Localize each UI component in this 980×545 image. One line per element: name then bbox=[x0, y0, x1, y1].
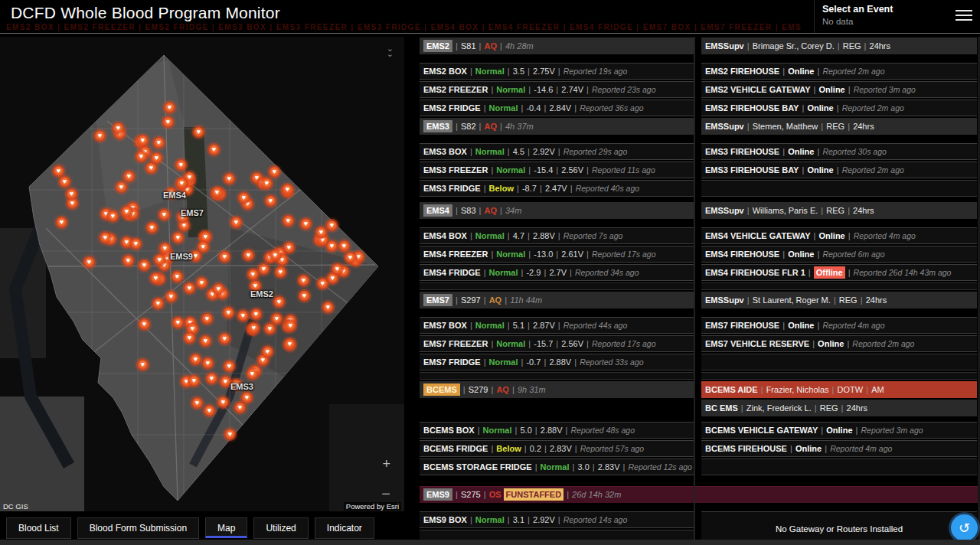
blood-heart-marker[interactable]: ♥ bbox=[274, 297, 284, 307]
blood-heart-marker[interactable]: ♥ bbox=[131, 239, 141, 249]
blood-heart-marker[interactable]: ♥ bbox=[286, 321, 296, 331]
blood-heart-marker[interactable]: ♥ bbox=[265, 324, 275, 334]
blood-heart-marker[interactable]: ♥ bbox=[251, 309, 261, 319]
blood-heart-marker[interactable]: ♥ bbox=[173, 318, 183, 328]
table-row[interactable]: BCEMS BOX | Normal | 5.0 | 2.88V | Repor… bbox=[420, 422, 694, 439]
blood-heart-marker[interactable]: ♥ bbox=[272, 314, 282, 324]
blood-heart-marker[interactable]: ♥ bbox=[202, 314, 212, 324]
table-row[interactable]: EMS3 BOX | Normal | 4.5 | 2.92V | Report… bbox=[420, 143, 694, 160]
table-row[interactable]: BCEMS FRIDGE | Below | 0.2 | 2.83V | Rep… bbox=[420, 440, 694, 457]
blood-heart-marker[interactable]: ♥ bbox=[203, 358, 213, 368]
blood-heart-marker[interactable]: ♥ bbox=[276, 267, 286, 277]
blood-heart-marker[interactable]: ♥ bbox=[173, 233, 183, 243]
blood-heart-marker[interactable]: ♥ bbox=[220, 377, 230, 387]
blood-heart-marker[interactable]: ♥ bbox=[138, 360, 148, 370]
table-row[interactable]: BCEMS STORAGE FRIDGE | Normal | 3.0 | 2.… bbox=[420, 459, 694, 475]
blood-heart-marker[interactable]: ♥ bbox=[299, 276, 309, 286]
blood-heart-marker[interactable]: ♥ bbox=[136, 152, 146, 162]
table-row[interactable]: EMS2 FIREHOUSE | Online | Reported 2m ag… bbox=[701, 63, 977, 80]
table-row[interactable]: EMS2 VEHICLE GATEWAY | Online | Reported… bbox=[701, 81, 977, 98]
blood-heart-marker[interactable]: ♥ bbox=[339, 241, 349, 251]
blood-heart-marker[interactable]: ♥ bbox=[323, 302, 333, 312]
tab-indicator[interactable]: Indicator bbox=[315, 517, 374, 539]
table-row[interactable]: EMS7 BOX | Normal | 5.1 | 2.87V | Report… bbox=[420, 317, 694, 334]
blood-heart-marker[interactable]: ♥ bbox=[197, 278, 207, 288]
table-row[interactable]: EMS2 FRIDGE | Normal | -0.4 | 2.84V | Re… bbox=[420, 100, 694, 116]
blood-heart-marker[interactable]: ♥ bbox=[301, 219, 311, 229]
blood-heart-marker[interactable]: ♥ bbox=[204, 406, 214, 416]
table-row[interactable]: EMS4 VEHICLE GATEWAY | Online | Reported… bbox=[701, 227, 977, 244]
blood-heart-marker[interactable]: ♥ bbox=[155, 255, 165, 265]
table-row[interactable]: EMS7 FRIDGE | Normal | -0.7 | 2.88V | Re… bbox=[420, 354, 694, 370]
blood-heart-marker[interactable]: ♥ bbox=[299, 291, 309, 301]
tab-utilized[interactable]: Utilized bbox=[253, 517, 308, 539]
blood-heart-marker[interactable]: ♥ bbox=[249, 323, 259, 333]
blood-heart-marker[interactable]: ♥ bbox=[185, 333, 194, 343]
blood-heart-marker[interactable]: ♥ bbox=[177, 178, 187, 188]
blood-heart-marker[interactable]: ♥ bbox=[122, 237, 132, 247]
blood-heart-marker[interactable]: ♥ bbox=[179, 220, 189, 230]
blood-heart-marker[interactable]: ♥ bbox=[224, 361, 234, 371]
blood-heart-marker[interactable]: ♥ bbox=[139, 260, 149, 270]
blood-heart-marker[interactable]: ♥ bbox=[316, 227, 326, 237]
blood-heart-marker[interactable]: ♥ bbox=[345, 253, 355, 263]
table-row[interactable]: EMS3 FREEZER | Normal | -15.4 | 2.56V | … bbox=[420, 162, 694, 178]
blood-heart-marker[interactable]: ♥ bbox=[139, 319, 149, 329]
table-row[interactable]: EMS9 BOX | Normal | 3.1 | 2.92V | Report… bbox=[420, 511, 694, 528]
table-row[interactable]: EMS4 FIREHOUSE | Online | Reported 6m ag… bbox=[701, 246, 977, 263]
table-row[interactable]: EMS2 | S81 | AQ | 4h 28m bbox=[420, 38, 694, 54]
blood-heart-marker[interactable]: ♥ bbox=[207, 374, 217, 383]
blood-heart-marker[interactable]: ♥ bbox=[328, 273, 338, 283]
blood-heart-marker[interactable]: ♥ bbox=[231, 217, 241, 227]
blood-heart-marker[interactable]: ♥ bbox=[266, 196, 276, 206]
blood-heart-marker[interactable]: ♥ bbox=[259, 264, 269, 274]
blood-heart-marker[interactable]: ♥ bbox=[262, 178, 272, 188]
tab-map[interactable]: Map bbox=[205, 517, 247, 538]
table-row[interactable]: EMSSupv | Brimage Sr., Corey D. | REG | … bbox=[701, 38, 977, 54]
blood-heart-marker[interactable]: ♥ bbox=[113, 123, 123, 133]
table-row[interactable]: EMS7 FREEZER | Normal | -15.7 | 2.56V | … bbox=[420, 335, 694, 352]
blood-heart-marker[interactable]: ♥ bbox=[147, 223, 157, 233]
table-row[interactable]: EMS2 FREEZER | Normal | -14.6 | 2.74V | … bbox=[420, 81, 694, 98]
table-row[interactable]: EMS3 FIREHOUSE BAY | Online | Reported 2… bbox=[701, 162, 977, 178]
blood-heart-marker[interactable]: ♥ bbox=[220, 252, 230, 262]
table-row[interactable]: EMS4 | S83 | AQ | 34m bbox=[420, 202, 694, 219]
blood-heart-marker[interactable]: ♥ bbox=[332, 264, 342, 274]
group-header-row[interactable]: EMS9 | S275 | OS FUNSTAFFED | 26d 14h 32… bbox=[420, 486, 978, 503]
blood-heart-marker[interactable]: ♥ bbox=[84, 257, 94, 267]
blood-heart-marker[interactable]: ♥ bbox=[270, 250, 280, 260]
blood-heart-marker[interactable]: ♥ bbox=[225, 429, 235, 439]
blood-heart-marker[interactable]: ♥ bbox=[160, 243, 170, 253]
refresh-button[interactable]: ↺ bbox=[951, 514, 978, 541]
blood-heart-marker[interactable]: ♥ bbox=[283, 216, 293, 226]
blood-heart-marker[interactable]: ♥ bbox=[159, 210, 169, 220]
blood-heart-marker[interactable]: ♥ bbox=[209, 145, 219, 155]
blood-heart-marker[interactable]: ♥ bbox=[235, 403, 245, 413]
blood-heart-marker[interactable]: ♥ bbox=[108, 211, 118, 221]
blood-heart-marker[interactable]: ♥ bbox=[263, 347, 273, 357]
blood-heart-marker[interactable]: ♥ bbox=[60, 177, 70, 187]
blood-heart-marker[interactable]: ♥ bbox=[138, 135, 148, 145]
table-row[interactable]: EMSSupv | St Laurent, Roger M. | REG | 2… bbox=[701, 292, 977, 308]
dc-map[interactable]: ♥♥♥♥♥♥♥♥♥♥♥♥♥♥♥♥♥♥♥♥♥♥♥♥♥♥♥♥♥♥♥♥♥♥♥♥♥♥♥♥… bbox=[0, 37, 404, 511]
table-row[interactable]: EMS4 FIREHOUSE FLR 1 | Offline | Reporte… bbox=[701, 264, 977, 281]
blood-heart-marker[interactable]: ♥ bbox=[220, 334, 230, 344]
blood-heart-marker[interactable]: ♥ bbox=[163, 117, 173, 127]
blood-heart-marker[interactable]: ♥ bbox=[176, 160, 186, 170]
blood-heart-marker[interactable]: ♥ bbox=[212, 188, 222, 197]
blood-heart-marker[interactable]: ♥ bbox=[57, 217, 67, 227]
blood-heart-marker[interactable]: ♥ bbox=[100, 233, 110, 243]
event-select[interactable]: Select an Event No data bbox=[814, 0, 949, 33]
blood-heart-marker[interactable]: ♥ bbox=[67, 189, 77, 199]
blood-heart-marker[interactable]: ♥ bbox=[218, 397, 228, 407]
table-row[interactable]: BCEMS | S279 | AQ | 9h 31m bbox=[420, 381, 694, 398]
blood-heart-marker[interactable]: ♥ bbox=[95, 131, 105, 141]
tab-blood-list[interactable]: Blood List bbox=[6, 517, 71, 539]
blood-heart-marker[interactable]: ♥ bbox=[67, 198, 77, 208]
blood-heart-marker[interactable]: ♥ bbox=[165, 103, 175, 113]
table-row[interactable]: BCEMS AIDE | Frazier, Nicholas | DOTW | … bbox=[701, 381, 977, 398]
blood-heart-marker[interactable]: ♥ bbox=[224, 174, 234, 184]
blood-heart-marker[interactable]: ♥ bbox=[116, 182, 126, 192]
blood-heart-marker[interactable]: ♥ bbox=[214, 284, 224, 294]
blood-heart-marker[interactable]: ♥ bbox=[270, 167, 279, 177]
